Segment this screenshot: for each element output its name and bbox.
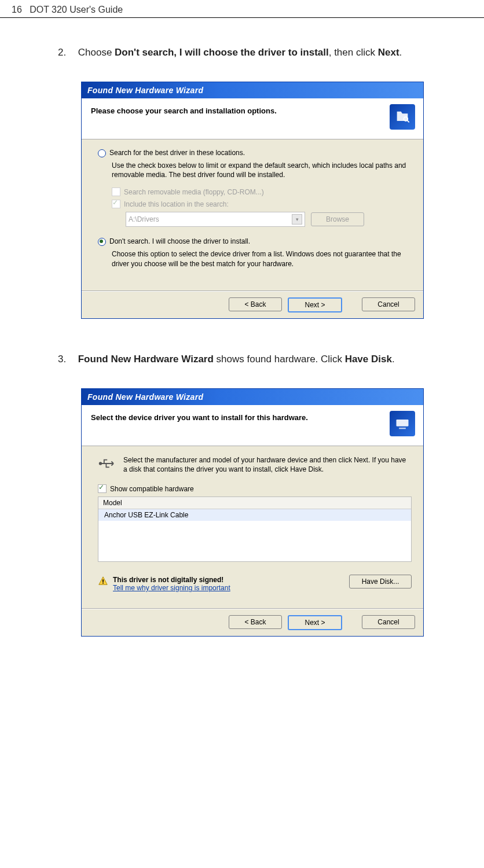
checkbox-label: Show compatible hardware	[110, 485, 194, 493]
path-row: A:\Drivers ▾ Browse	[126, 212, 412, 227]
wizard-header-text: Please choose your search and installati…	[91, 106, 414, 115]
svg-rect-1	[397, 420, 409, 426]
next-button[interactable]: Next >	[288, 615, 342, 630]
table-empty-space	[98, 521, 411, 561]
checkbox-include-location: Include this location in the search:	[112, 200, 412, 208]
browse-button: Browse	[311, 212, 364, 226]
wizard-footer: < Back Next > Cancel	[82, 291, 423, 318]
step-text: Choose Don't search, I will choose the d…	[78, 47, 402, 58]
page-number: 16	[12, 5, 22, 14]
svg-rect-4	[102, 579, 104, 582]
description-text: Select the manufacturer and model of you…	[123, 455, 412, 474]
page-content: 2. Choose Don't search, I will choose th…	[0, 18, 484, 683]
radio-dont-search[interactable]: Don't search. I will choose the driver t…	[98, 237, 412, 246]
wizard-icon	[390, 104, 415, 130]
wizard-header: Please choose your search and installati…	[82, 98, 423, 139]
path-combobox: A:\Drivers ▾	[126, 212, 305, 227]
cancel-button[interactable]: Cancel	[362, 615, 415, 629]
next-button[interactable]: Next >	[288, 297, 342, 312]
warning-row: This driver is not digitally signed! Tel…	[98, 576, 230, 592]
wizard-body: Search for the best driver in these loca…	[82, 139, 423, 290]
wizard-icon	[390, 411, 415, 436]
radio-label: Search for the best driver in these loca…	[109, 149, 245, 157]
checkbox-icon	[112, 200, 120, 208]
checkbox-icon	[112, 187, 120, 196]
option1-description: Use the check boxes below to limit or ex…	[112, 161, 412, 179]
doc-title: DOT 320 User's Guide	[30, 5, 123, 14]
warning-text: This driver is not digitally signed! Tel…	[113, 576, 230, 592]
radio-search-best[interactable]: Search for the best driver in these loca…	[98, 149, 412, 157]
checkbox-show-compatible[interactable]: Show compatible hardware	[98, 484, 412, 493]
path-value: A:\Drivers	[129, 215, 159, 223]
back-button[interactable]: < Back	[229, 615, 282, 629]
step-2: 2. Choose Don't search, I will choose th…	[58, 47, 449, 58]
step-number: 2.	[58, 47, 75, 58]
wizard-header: Select the device driver you want to ins…	[82, 405, 423, 446]
description-row: Select the manufacturer and model of you…	[98, 455, 412, 474]
chevron-down-icon: ▾	[292, 214, 302, 225]
step-number: 3.	[58, 354, 75, 365]
wizard-header-text: Select the device driver you want to ins…	[91, 413, 414, 422]
model-table: Model Anchor USB EZ-Link Cable	[98, 496, 412, 562]
back-button[interactable]: < Back	[229, 297, 282, 311]
checkbox-label: Search removable media (floppy, CD-ROM..…	[124, 188, 264, 196]
svg-point-3	[99, 462, 102, 465]
wizard-select-driver: Found New Hardware Wizard Select the dev…	[81, 388, 424, 637]
cancel-button[interactable]: Cancel	[362, 297, 415, 311]
have-disk-button[interactable]: Have Disk...	[349, 575, 412, 589]
model-row[interactable]: Anchor USB EZ-Link Cable	[98, 509, 411, 521]
usb-icon	[98, 455, 119, 472]
checkbox-label: Include this location in the search:	[124, 200, 229, 208]
checkbox-removable-media: Search removable media (floppy, CD-ROM..…	[112, 187, 412, 196]
page-header: 16 DOT 320 User's Guide	[0, 0, 484, 18]
model-column-header: Model	[98, 497, 411, 509]
wizard-search-options: Found New Hardware Wizard Please choose …	[81, 82, 424, 319]
svg-rect-5	[102, 583, 104, 584]
signing-info-link[interactable]: Tell me why driver signing is important	[113, 584, 230, 592]
checkbox-icon	[98, 484, 107, 493]
wizard-titlebar: Found New Hardware Wizard	[82, 82, 423, 98]
step-3: 3. Found New Hardware Wizard shows found…	[58, 354, 449, 365]
radio-icon	[98, 149, 106, 157]
wizard-body: Select the manufacturer and model of you…	[82, 446, 423, 608]
svg-rect-2	[399, 428, 406, 429]
warning-and-havedisk: This driver is not digitally signed! Tel…	[98, 572, 412, 594]
warning-icon	[98, 576, 108, 586]
radio-label: Don't search. I will choose the driver t…	[109, 237, 250, 245]
wizard-titlebar: Found New Hardware Wizard	[82, 389, 423, 405]
radio-icon	[98, 238, 106, 246]
option2-description: Choose this option to select the device …	[112, 249, 412, 268]
wizard-footer: < Back Next > Cancel	[82, 609, 423, 636]
step-text: Found New Hardware Wizard shows found ha…	[78, 354, 395, 365]
